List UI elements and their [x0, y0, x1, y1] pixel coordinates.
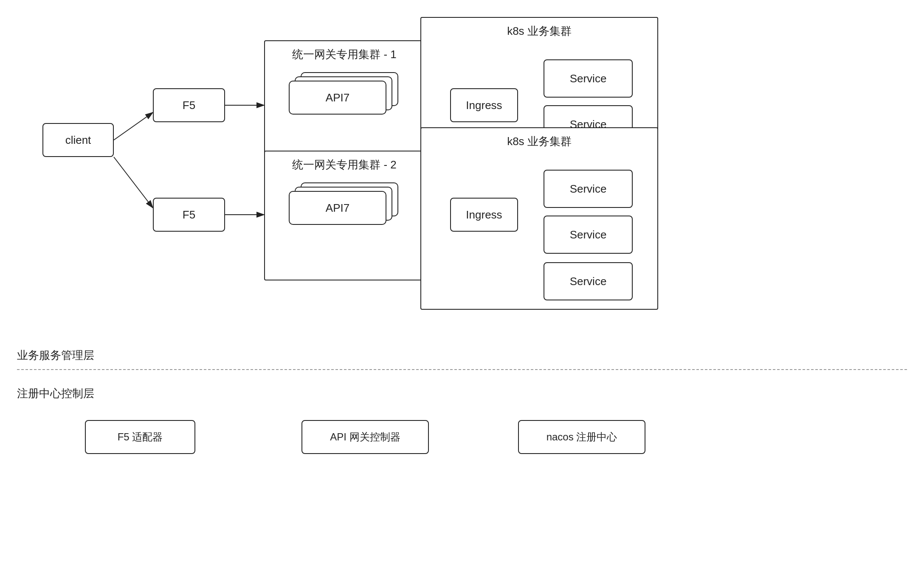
- service5-box: Service: [544, 216, 633, 254]
- api7-top-label: API7: [326, 91, 349, 104]
- cluster2-label: 统一网关专用集群 - 2: [284, 151, 405, 172]
- client-box: client: [42, 123, 114, 157]
- ingress-bottom-box: Ingress: [450, 198, 518, 232]
- nacos-label: nacos 注册中心: [547, 430, 617, 444]
- api7-top-stacked: API7: [289, 68, 399, 140]
- ingress-bottom-label: Ingress: [466, 208, 502, 221]
- svg-line-2: [114, 157, 153, 208]
- f5-adapter-box: F5 适配器: [85, 420, 195, 454]
- cluster1-label: 统一网关专用集群 - 1: [284, 41, 405, 62]
- ingress-top-box: Ingress: [450, 88, 518, 122]
- api-gateway-controller-box: API 网关控制器: [301, 420, 429, 454]
- client-label: client: [65, 134, 91, 147]
- svg-line-1: [114, 112, 153, 140]
- biz-layer-label: 业务服务管理层: [17, 348, 94, 363]
- service4-box: Service: [544, 170, 633, 208]
- f5-bottom-label: F5: [183, 208, 195, 221]
- service6-label: Service: [570, 275, 607, 288]
- f5-adapter-label: F5 适配器: [118, 430, 163, 444]
- service4-label: Service: [570, 182, 607, 196]
- service1-box: Service: [544, 59, 633, 98]
- f5-top-box: F5: [153, 88, 225, 122]
- registry-layer-label: 注册中心控制层: [17, 386, 94, 401]
- service1-label: Service: [570, 72, 607, 85]
- k8s-cluster1-label: k8s 业务集群: [499, 18, 580, 39]
- f5-top-label: F5: [183, 99, 195, 112]
- f5-bottom-box: F5: [153, 198, 225, 232]
- nacos-box: nacos 注册中心: [518, 420, 645, 454]
- service6-box: Service: [544, 262, 633, 300]
- api7-bottom-stacked: API7: [289, 178, 399, 250]
- diagram-container: client F5 统一网关专用集群 - 1 API7 k8s 业务集群 Ing…: [0, 0, 924, 566]
- api-gateway-controller-label: API 网关控制器: [330, 430, 400, 444]
- k8s-cluster2-label: k8s 业务集群: [499, 128, 580, 149]
- service5-label: Service: [570, 228, 607, 241]
- ingress-top-label: Ingress: [466, 99, 502, 112]
- separator-line: [17, 369, 907, 370]
- api7-bottom-label: API7: [326, 202, 349, 215]
